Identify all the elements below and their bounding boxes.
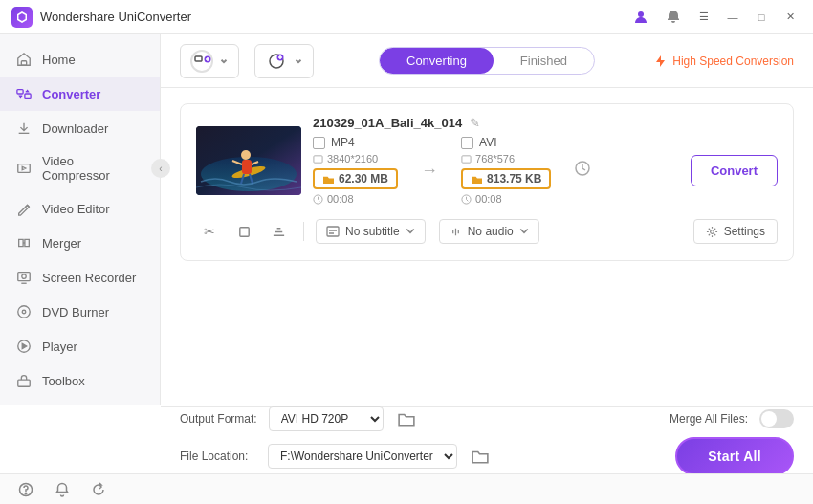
effects-icon[interactable] xyxy=(265,218,292,245)
sidebar-home-label: Home xyxy=(42,53,76,67)
output-format-row: Output Format: AVI HD 720P Merge All Fil… xyxy=(180,406,794,431)
source-resolution: 3840*2160 xyxy=(313,153,398,164)
sidebar-item-toolbox[interactable]: Toolbox xyxy=(0,363,160,398)
sidebar-item-screen-recorder[interactable]: Screen Recorder xyxy=(0,260,160,295)
add-url-button[interactable] xyxy=(254,44,314,78)
tab-group: Converting Finished xyxy=(379,47,595,75)
file-name-row: 210329_01A_Bali_4k_014 ✎ xyxy=(313,116,778,130)
notification-icon[interactable] xyxy=(52,479,73,500)
sidebar-item-player[interactable]: Player xyxy=(0,329,160,363)
subtitle-label: No subtitle xyxy=(345,225,400,238)
output-folder-icon[interactable] xyxy=(395,407,418,430)
maximize-button[interactable]: □ xyxy=(750,6,773,29)
source-checkbox[interactable] xyxy=(313,137,325,149)
audio-label: No audio xyxy=(468,225,514,238)
home-icon xyxy=(15,51,33,68)
audio-dropdown[interactable]: No audio xyxy=(439,219,539,244)
sub-toolbar-divider xyxy=(303,222,304,241)
menu-icon[interactable]: ☰ xyxy=(692,6,715,29)
sidebar-dvd-label: DVD Burner xyxy=(42,305,109,319)
sidebar-item-converter[interactable]: Converter xyxy=(0,77,160,111)
svg-rect-10 xyxy=(18,380,30,386)
window-controls: ☰ — □ ✕ xyxy=(627,4,802,31)
source-size-badge: 62.30 MB xyxy=(313,168,398,189)
sidebar-item-home[interactable]: Home xyxy=(0,42,160,77)
player-icon xyxy=(15,338,33,355)
format-settings-icon[interactable] xyxy=(574,160,591,181)
settings-label: Settings xyxy=(724,225,765,238)
tab-converting[interactable]: Converting xyxy=(380,48,494,74)
svg-point-0 xyxy=(638,11,644,17)
sidebar-item-dvd-burner[interactable]: DVD Burner xyxy=(0,295,160,329)
tab-finished[interactable]: Finished xyxy=(494,48,594,74)
add-url-icon xyxy=(265,50,288,73)
output-format-select[interactable]: AVI HD 720P xyxy=(269,406,384,431)
target-resolution: 768*576 xyxy=(461,153,551,164)
sidebar-collapse-button[interactable]: ‹ xyxy=(151,159,170,178)
sidebar-compressor-label: Video Compressor xyxy=(42,154,144,183)
sidebar-wrapper: Home Converter Downloader Video Compress… xyxy=(0,34,161,473)
location-folder-icon[interactable] xyxy=(469,445,492,468)
svg-rect-11 xyxy=(195,56,202,61)
toolbox-icon xyxy=(15,372,33,389)
svg-rect-19 xyxy=(242,160,252,174)
sidebar-merger-label: Merger xyxy=(42,236,81,251)
refresh-icon[interactable] xyxy=(88,479,109,500)
source-duration: 00:08 xyxy=(313,193,398,205)
file-area: 210329_01A_Bali_4k_014 ✎ MP4 xyxy=(161,88,813,406)
svg-point-33 xyxy=(25,493,27,494)
thumbnail-image xyxy=(196,126,301,195)
target-checkbox[interactable] xyxy=(461,137,473,149)
speed-text: High Speed Conversion xyxy=(672,55,794,68)
svg-rect-26 xyxy=(462,155,471,162)
file-header-row: 210329_01A_Bali_4k_014 ✎ MP4 xyxy=(196,116,778,205)
target-duration: 00:08 xyxy=(461,193,551,205)
sidebar-downloader-label: Downloader xyxy=(42,121,108,136)
sidebar-item-downloader[interactable]: Downloader xyxy=(0,111,160,145)
target-size: 813.75 KB xyxy=(487,172,541,186)
bottom-bar: Output Format: AVI HD 720P Merge All Fil… xyxy=(161,406,813,473)
sidebar-converter-label: Converter xyxy=(42,87,100,101)
help-icon[interactable] xyxy=(15,479,36,500)
minimize-button[interactable]: — xyxy=(721,6,744,29)
merger-icon xyxy=(15,234,33,252)
sidebar-item-merger[interactable]: Merger xyxy=(0,226,160,260)
svg-point-6 xyxy=(22,274,26,278)
speed-label: High Speed Conversion xyxy=(654,55,794,68)
downloader-icon xyxy=(15,120,33,137)
cut-icon[interactable]: ✂ xyxy=(196,218,223,245)
convert-button[interactable]: Convert xyxy=(691,155,778,186)
sidebar-item-video-compressor[interactable]: Video Compressor xyxy=(0,145,160,191)
source-format-box: MP4 3840*2160 62.30 MB xyxy=(313,136,398,205)
sidebar-item-video-editor[interactable]: Video Editor xyxy=(0,191,160,226)
merge-toggle[interactable] xyxy=(759,409,794,428)
merge-label: Merge All Files: xyxy=(670,412,748,426)
start-all-button[interactable]: Start All xyxy=(675,437,794,474)
content-area: Converting Finished High Speed Conversio… xyxy=(161,34,813,473)
main-container: Home Converter Downloader Video Compress… xyxy=(0,34,813,473)
close-button[interactable]: ✕ xyxy=(779,6,802,29)
subtitle-dropdown[interactable]: No subtitle xyxy=(316,219,426,244)
file-location-row: File Location: F:\Wondershare UniConvert… xyxy=(180,437,794,474)
add-files-button[interactable] xyxy=(180,44,239,78)
file-thumbnail xyxy=(196,126,301,195)
svg-point-18 xyxy=(241,150,251,160)
target-format-box: AVI 768*576 813.75 KB xyxy=(461,136,551,205)
sidebar: Home Converter Downloader Video Compress… xyxy=(0,34,161,405)
target-format-tag: AVI xyxy=(479,136,496,149)
svg-rect-29 xyxy=(239,227,248,235)
edit-filename-icon[interactable]: ✎ xyxy=(470,116,480,130)
status-bar xyxy=(0,473,813,504)
dvd-icon xyxy=(15,303,33,320)
file-location-select[interactable]: F:\Wondershare UniConverter xyxy=(268,444,457,469)
converter-icon xyxy=(15,85,33,102)
crop-icon[interactable] xyxy=(231,218,257,245)
target-size-badge: 813.75 KB xyxy=(461,168,551,189)
source-format-tag: MP4 xyxy=(331,136,355,149)
titlebar: Wondershare UniConverter ☰ — □ ✕ xyxy=(0,0,813,34)
settings-button[interactable]: Settings xyxy=(693,219,778,244)
add-files-icon xyxy=(190,50,213,73)
target-duration-text: 00:08 xyxy=(475,193,502,205)
bell-icon[interactable] xyxy=(660,4,687,31)
user-icon[interactable] xyxy=(627,4,654,31)
